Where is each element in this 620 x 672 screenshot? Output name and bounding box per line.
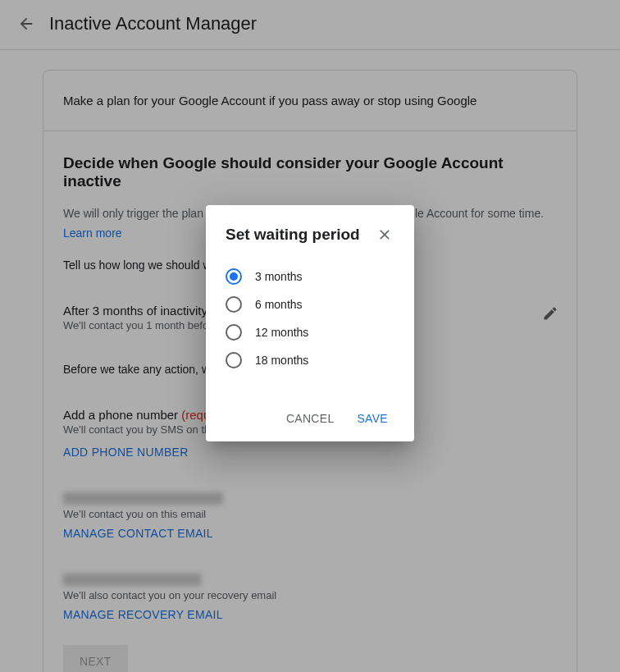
cancel-button[interactable]: CANCEL — [280, 405, 341, 432]
radio-label: 12 months — [255, 326, 308, 339]
radio-option-1[interactable]: 6 months — [226, 290, 394, 318]
dialog-title: Set waiting period — [226, 226, 360, 244]
waiting-period-dialog: Set waiting period 3 months 6 months 12 … — [206, 205, 414, 441]
radio-label: 6 months — [255, 298, 303, 311]
radio-icon — [226, 352, 242, 368]
radio-icon — [226, 324, 242, 341]
radio-label: 18 months — [255, 354, 308, 367]
radio-option-2[interactable]: 12 months — [226, 318, 394, 346]
close-icon[interactable] — [375, 225, 394, 245]
radio-label: 3 months — [255, 270, 303, 283]
radio-group: 3 months 6 months 12 months 18 months — [226, 263, 394, 374]
radio-option-0[interactable]: 3 months — [226, 263, 394, 290]
radio-option-3[interactable]: 18 months — [226, 346, 394, 374]
radio-icon — [226, 296, 242, 313]
radio-icon — [226, 268, 242, 285]
save-button[interactable]: SAVE — [350, 405, 394, 432]
